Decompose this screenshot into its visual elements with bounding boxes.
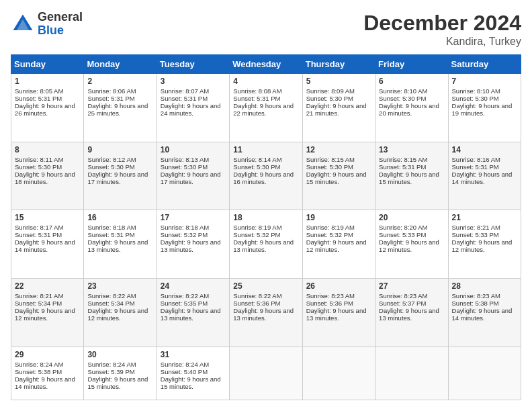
calendar-cell: 31Sunrise: 8:24 AMSunset: 5:40 PMDayligh… xyxy=(157,347,229,400)
daylight-text: Daylight: 9 hours and 15 minutes. xyxy=(87,375,148,390)
calendar-cell: 4Sunrise: 8:08 AMSunset: 5:31 PMDaylight… xyxy=(230,74,302,142)
day-number: 23 xyxy=(87,281,152,291)
day-number: 20 xyxy=(379,213,444,222)
sunrise-text: Sunrise: 8:15 AM xyxy=(306,156,355,163)
sunrise-text: Sunrise: 8:21 AM xyxy=(452,224,500,231)
sunrise-text: Sunrise: 8:19 AM xyxy=(306,224,355,231)
calendar-cell: 17Sunrise: 8:18 AMSunset: 5:32 PMDayligh… xyxy=(157,210,229,279)
sunrise-text: Sunrise: 8:16 AM xyxy=(452,156,500,163)
sunrise-text: Sunrise: 8:23 AM xyxy=(452,292,500,300)
logo-text: General Blue xyxy=(38,11,83,38)
day-number: 1 xyxy=(15,77,80,86)
day-number: 3 xyxy=(161,77,226,86)
sunset-text: Sunset: 5:38 PM xyxy=(15,368,62,375)
day-number: 25 xyxy=(233,281,298,291)
calendar-cell: 19Sunrise: 8:19 AMSunset: 5:32 PMDayligh… xyxy=(302,210,375,279)
daylight-text: Daylight: 9 hours and 14 minutes. xyxy=(452,171,513,185)
sunset-text: Sunset: 5:39 PM xyxy=(87,368,134,375)
calendar-cell: 2Sunrise: 8:06 AMSunset: 5:31 PMDaylight… xyxy=(84,74,157,142)
sunset-text: Sunset: 5:30 PM xyxy=(87,163,134,171)
sunset-text: Sunset: 5:34 PM xyxy=(87,300,134,307)
calendar-cell: 29Sunrise: 8:24 AMSunset: 5:38 PMDayligh… xyxy=(11,347,84,400)
week-row-1: 1Sunrise: 8:05 AMSunset: 5:31 PMDaylight… xyxy=(11,74,521,142)
sunset-text: Sunset: 5:31 PM xyxy=(87,231,134,238)
calendar-cell: 23Sunrise: 8:22 AMSunset: 5:34 PMDayligh… xyxy=(84,279,157,347)
daylight-text: Daylight: 9 hours and 24 minutes. xyxy=(161,102,221,117)
calendar-cell: 7Sunrise: 8:10 AMSunset: 5:30 PMDaylight… xyxy=(448,74,521,142)
daylight-text: Daylight: 9 hours and 14 minutes. xyxy=(452,307,513,322)
calendar-cell: 15Sunrise: 8:17 AMSunset: 5:31 PMDayligh… xyxy=(11,210,84,279)
sunset-text: Sunset: 5:35 PM xyxy=(161,300,208,307)
daylight-text: Daylight: 9 hours and 25 minutes. xyxy=(87,102,148,117)
sunset-text: Sunset: 5:32 PM xyxy=(233,231,280,238)
day-number: 5 xyxy=(306,77,371,86)
logo: General Blue xyxy=(11,11,83,38)
day-number: 31 xyxy=(161,350,226,359)
daylight-text: Daylight: 9 hours and 12 minutes. xyxy=(452,238,513,253)
day-header-wednesday: Wednesday xyxy=(230,55,302,74)
daylight-text: Daylight: 9 hours and 14 minutes. xyxy=(15,238,75,253)
day-header-tuesday: Tuesday xyxy=(157,55,229,74)
logo-general: General xyxy=(38,10,83,24)
daylight-text: Daylight: 9 hours and 14 minutes. xyxy=(15,375,75,390)
sunset-text: Sunset: 5:31 PM xyxy=(452,163,499,171)
day-number: 14 xyxy=(452,145,517,154)
day-number: 19 xyxy=(306,213,371,222)
day-number: 7 xyxy=(452,77,517,86)
calendar-cell: 12Sunrise: 8:15 AMSunset: 5:30 PMDayligh… xyxy=(302,142,375,210)
day-header-thursday: Thursday xyxy=(302,55,375,74)
day-number: 10 xyxy=(161,145,226,154)
sunset-text: Sunset: 5:30 PM xyxy=(306,163,353,171)
sunrise-text: Sunrise: 8:15 AM xyxy=(379,156,427,163)
header: General Blue December 2024 Kandira, Turk… xyxy=(11,11,521,48)
day-number: 17 xyxy=(161,213,226,222)
sunrise-text: Sunrise: 8:21 AM xyxy=(15,292,63,300)
sunrise-text: Sunrise: 8:23 AM xyxy=(379,292,427,300)
sunrise-text: Sunrise: 8:05 AM xyxy=(15,87,63,95)
day-number: 27 xyxy=(379,281,444,291)
sunrise-text: Sunrise: 8:18 AM xyxy=(87,224,136,231)
sunrise-text: Sunrise: 8:10 AM xyxy=(379,87,427,95)
sunset-text: Sunset: 5:33 PM xyxy=(379,231,426,238)
sunset-text: Sunset: 5:32 PM xyxy=(306,231,353,238)
calendar-cell: 3Sunrise: 8:07 AMSunset: 5:31 PMDaylight… xyxy=(157,74,229,142)
sunset-text: Sunset: 5:32 PM xyxy=(161,231,208,238)
sunrise-text: Sunrise: 8:19 AM xyxy=(233,224,281,231)
day-header-sunday: Sunday xyxy=(11,55,84,74)
daylight-text: Daylight: 9 hours and 12 minutes. xyxy=(87,307,148,322)
sunrise-text: Sunrise: 8:09 AM xyxy=(306,87,355,95)
sunset-text: Sunset: 5:30 PM xyxy=(15,163,62,171)
daylight-text: Daylight: 9 hours and 13 minutes. xyxy=(233,307,294,322)
day-number: 13 xyxy=(379,145,444,154)
daylight-text: Daylight: 9 hours and 13 minutes. xyxy=(379,307,439,322)
day-header-friday: Friday xyxy=(375,55,448,74)
daylight-text: Daylight: 9 hours and 17 minutes. xyxy=(87,171,148,185)
daylight-text: Daylight: 9 hours and 15 minutes. xyxy=(306,171,367,185)
day-number: 4 xyxy=(233,77,298,86)
calendar-cell: 25Sunrise: 8:22 AMSunset: 5:36 PMDayligh… xyxy=(230,279,302,347)
day-number: 11 xyxy=(233,145,298,154)
day-number: 18 xyxy=(233,213,298,222)
calendar-cell: 28Sunrise: 8:23 AMSunset: 5:38 PMDayligh… xyxy=(448,279,521,347)
sunset-text: Sunset: 5:34 PM xyxy=(15,300,62,307)
calendar-cell: 14Sunrise: 8:16 AMSunset: 5:31 PMDayligh… xyxy=(448,142,521,210)
day-number: 22 xyxy=(15,281,80,291)
sunrise-text: Sunrise: 8:07 AM xyxy=(161,87,209,95)
day-number: 9 xyxy=(87,145,152,154)
calendar-cell xyxy=(375,347,448,400)
sunrise-text: Sunrise: 8:18 AM xyxy=(161,224,209,231)
sunrise-text: Sunrise: 8:24 AM xyxy=(15,361,63,368)
daylight-text: Daylight: 9 hours and 15 minutes. xyxy=(161,375,221,390)
sunrise-text: Sunrise: 8:23 AM xyxy=(306,292,355,300)
sunrise-text: Sunrise: 8:11 AM xyxy=(15,156,63,163)
day-number: 16 xyxy=(87,213,152,222)
page: General Blue December 2024 Kandira, Turk… xyxy=(0,0,532,411)
week-row-5: 29Sunrise: 8:24 AMSunset: 5:38 PMDayligh… xyxy=(11,347,521,400)
sunset-text: Sunset: 5:40 PM xyxy=(161,368,208,375)
daylight-text: Daylight: 9 hours and 18 minutes. xyxy=(15,171,75,185)
calendar-cell: 13Sunrise: 8:15 AMSunset: 5:31 PMDayligh… xyxy=(375,142,448,210)
sunset-text: Sunset: 5:31 PM xyxy=(161,95,208,102)
sunset-text: Sunset: 5:30 PM xyxy=(233,163,280,171)
day-number: 15 xyxy=(15,213,80,222)
daylight-text: Daylight: 9 hours and 13 minutes. xyxy=(87,238,148,253)
